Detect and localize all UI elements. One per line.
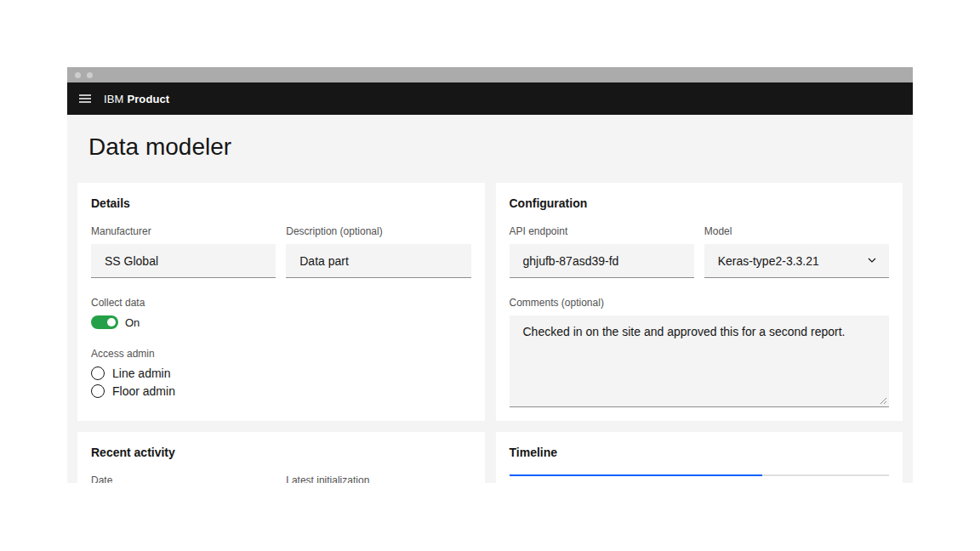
date-label: Date — [91, 474, 276, 483]
app-window: IBMProduct Data modeler Details Manufact… — [67, 67, 913, 483]
configuration-card: Configuration API endpoint Model — [496, 183, 903, 421]
timeline-card: Timeline Issue creation — [496, 432, 903, 483]
manufacturer-input[interactable] — [91, 244, 276, 278]
model-label: Model — [704, 225, 889, 237]
menu-icon[interactable] — [78, 92, 92, 105]
api-endpoint-field: API endpoint — [510, 225, 694, 278]
access-admin-section: Access admin Line admin Floor admin — [91, 348, 471, 398]
recent-activity-heading: Recent activity — [91, 446, 471, 459]
model-dropdown[interactable] — [704, 244, 889, 278]
window-dot-2[interactable] — [87, 72, 93, 78]
card-grid: Details Manufacturer Description (option… — [77, 183, 903, 483]
access-admin-label: Access admin — [91, 348, 471, 360]
api-endpoint-input[interactable] — [510, 244, 694, 278]
progress-indicator: Issue creation Initialization Pro — [510, 474, 890, 483]
radio-button-line-admin[interactable] — [91, 366, 105, 380]
collect-data-label: Collect data — [91, 297, 471, 309]
configuration-heading: Configuration — [510, 196, 890, 210]
model-field: Model — [704, 225, 889, 278]
page-content: Data modeler Details Manufacturer Descri… — [67, 115, 913, 483]
window-titlebar — [67, 67, 913, 82]
recent-activity-card: Recent activity Date Latest initializati… — [77, 432, 485, 483]
radio-label-floor-admin: Floor admin — [112, 384, 175, 398]
collect-data-state: On — [125, 316, 140, 329]
radio-option-floor-admin[interactable]: Floor admin — [91, 384, 471, 398]
step-production[interactable]: Production — [762, 474, 889, 483]
details-heading: Details — [91, 196, 471, 210]
radio-button-floor-admin[interactable] — [91, 384, 105, 398]
collect-data-section: Collect data On — [91, 297, 471, 329]
description-input[interactable] — [286, 244, 470, 278]
description-label: Description (optional) — [286, 225, 470, 237]
manufacturer-field: Manufacturer — [91, 225, 276, 278]
step-initialization[interactable]: Initialization — [635, 474, 762, 483]
latest-initialization-label: Latest initialization — [286, 474, 470, 483]
window-dot-1[interactable] — [75, 72, 81, 78]
collect-data-toggle[interactable] — [91, 315, 118, 329]
toggle-knob — [107, 318, 116, 327]
api-endpoint-label: API endpoint — [510, 225, 694, 237]
app-header: IBMProduct — [67, 82, 913, 115]
page-title: Data modeler — [77, 115, 903, 183]
comments-textarea[interactable]: Checked in on the site and approved this… — [510, 315, 890, 407]
date-field: Date — [91, 474, 276, 483]
resize-handle-icon[interactable] — [880, 397, 887, 405]
step-issue-creation[interactable]: Issue creation — [510, 474, 636, 483]
radio-option-line-admin[interactable]: Line admin — [91, 366, 471, 380]
latest-initialization-field: Latest initialization — [286, 474, 470, 483]
radio-label-line-admin: Line admin — [112, 366, 171, 380]
timeline-heading: Timeline — [510, 446, 890, 459]
comments-label: Comments (optional) — [510, 297, 890, 309]
brand-product: Product — [127, 93, 169, 105]
description-field: Description (optional) — [286, 225, 470, 278]
comments-field: Comments (optional) Checked in on the si… — [510, 297, 890, 407]
brand: IBMProduct — [104, 93, 169, 105]
manufacturer-label: Manufacturer — [91, 225, 276, 237]
brand-name: IBM — [104, 93, 123, 105]
details-card: Details Manufacturer Description (option… — [77, 183, 485, 421]
